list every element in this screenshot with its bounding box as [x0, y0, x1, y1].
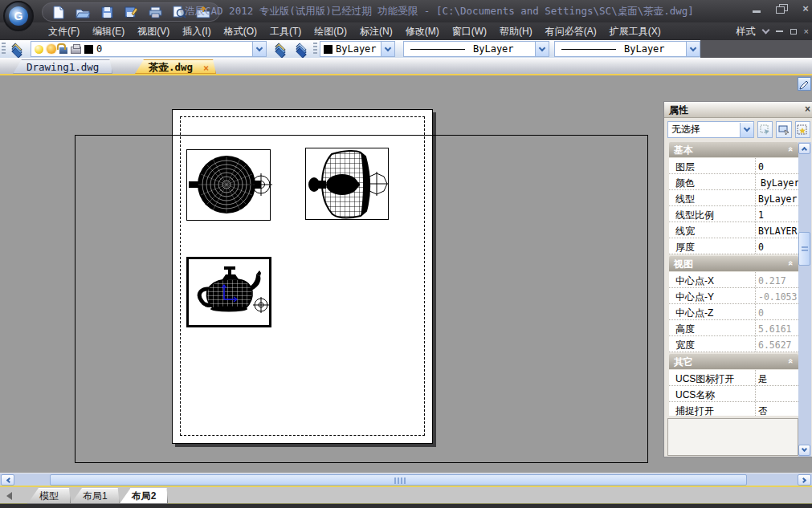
viewport-teapot-front-view[interactable] [305, 148, 389, 220]
make-object-layer-current-button[interactable] [271, 41, 291, 57]
menu-format[interactable]: 格式(O) [218, 22, 263, 40]
toolbar-grip[interactable] [313, 43, 317, 55]
prop-row-thickness[interactable]: 厚度 0 [669, 238, 798, 254]
layer-combo-arrow[interactable] [252, 42, 266, 56]
layer-thaw-icon[interactable] [47, 44, 56, 54]
select-objects-button[interactable] [776, 121, 791, 138]
props-scroll-thumb[interactable] [798, 232, 810, 266]
tab-layout2[interactable]: 布局2 [120, 488, 169, 504]
window-controls: × [751, 3, 812, 14]
menu-dimension[interactable]: 标注(N) [353, 22, 399, 40]
color-combo[interactable]: ByLayer [320, 41, 395, 57]
selection-combo-arrow[interactable] [740, 123, 753, 137]
quick-select-button[interactable] [757, 121, 773, 138]
collapse-icon[interactable]: « [786, 261, 796, 266]
prop-row-snap-on[interactable]: 捕捉打开 否 [669, 402, 798, 416]
doc-tab-drawing1[interactable]: Drawing1.dwg [13, 59, 112, 74]
menu-express-tools[interactable]: 扩展工具(X) [603, 22, 667, 40]
layer-plot-icon[interactable] [71, 47, 81, 54]
minimize-button[interactable] [751, 3, 764, 14]
properties-title-bar[interactable]: 属性 × [664, 102, 812, 118]
menu-modify[interactable]: 修改(M) [399, 22, 446, 40]
props-scroll-down-button[interactable] [798, 445, 810, 456]
menu-file[interactable]: 文件(F) [42, 22, 86, 40]
new-file-button[interactable] [51, 5, 67, 20]
color-combo-arrow[interactable] [381, 42, 394, 56]
toggle-pickadd-button[interactable] [795, 121, 810, 138]
prop-row-ucs-icon-on[interactable]: UCS图标打开 是 [669, 370, 798, 386]
menu-view[interactable]: 视图(V) [131, 22, 176, 40]
horizontal-scroll-thumb[interactable] [50, 474, 747, 486]
collapse-icon[interactable]: « [786, 147, 796, 152]
left-triangle-icon [6, 492, 12, 500]
doc-minimize-button[interactable] [776, 30, 783, 32]
app-logo-button[interactable]: G [3, 1, 34, 31]
menu-window[interactable]: 窗口(W) [446, 22, 493, 40]
prop-row-color[interactable]: 颜色 ByLayer [669, 174, 798, 190]
save-button[interactable] [99, 5, 115, 20]
doc-tab-label: 茶壶.dwg [149, 61, 193, 73]
selection-combo[interactable]: 无选择 [667, 121, 754, 138]
prop-row-width[interactable]: 宽度 6.5627 [669, 336, 798, 352]
layer-unlock-icon[interactable] [59, 47, 67, 54]
prop-row-height[interactable]: 高度 5.6161 [669, 320, 798, 336]
prop-row-layer[interactable]: 图层 0 [669, 158, 798, 174]
viewport-teapot-top-view[interactable] [186, 149, 271, 221]
layout-tab-scroll-left-button[interactable] [3, 488, 14, 504]
menu-edit[interactable]: 编辑(E) [86, 22, 131, 40]
group-header-basic[interactable]: 基本 « [669, 142, 798, 157]
style-dropdown-icon[interactable] [761, 26, 769, 35]
menu-draw[interactable]: 绘图(D) [308, 22, 353, 40]
prop-row-center-z[interactable]: 中心点-Z 0 [669, 304, 798, 320]
group-header-misc[interactable]: 其它 « [669, 354, 798, 369]
menu-help[interactable]: 帮助(H) [493, 22, 539, 40]
linetype-combo[interactable]: ByLayer [403, 41, 549, 57]
style-toolbar-label: 样式 [737, 25, 756, 39]
doc-restore-button[interactable] [790, 29, 797, 35]
lineweight-combo[interactable]: ByLayer [554, 41, 700, 57]
tab-model[interactable]: 模型 [27, 488, 71, 504]
prop-row-linetype[interactable]: 线型 ByLayer [669, 190, 798, 206]
save-as-button[interactable] [123, 5, 139, 20]
prop-row-ucs-name[interactable]: UCS名称 [669, 386, 798, 402]
prop-row-center-y[interactable]: 中心点-Y -0.1053 [669, 288, 798, 304]
menu-tools[interactable]: 工具(T) [263, 22, 308, 40]
linetype-sample-icon [410, 49, 465, 50]
scroll-right-button[interactable] [798, 474, 811, 486]
layer-combo[interactable]: 0 [31, 41, 267, 57]
doc-close-button[interactable]: × [804, 26, 809, 36]
layer-manager-button[interactable] [8, 41, 27, 57]
restore-button[interactable] [775, 3, 788, 14]
scroll-left-button[interactable] [1, 474, 14, 486]
menu-qa[interactable]: 有问必答(A) [539, 22, 603, 40]
layer-on-icon[interactable] [35, 45, 43, 54]
props-scroll-up-button[interactable] [798, 143, 810, 154]
properties-scrollbar[interactable] [798, 142, 811, 457]
menu-insert[interactable]: 插入(I) [176, 22, 217, 40]
print-button[interactable] [147, 5, 163, 20]
lineweight-combo-arrow[interactable] [686, 42, 700, 56]
layers-icon [11, 43, 24, 55]
properties-close-icon[interactable]: × [805, 104, 810, 115]
viewport-teapot-iso-view[interactable] [186, 257, 271, 327]
tab-layout1[interactable]: 布局1 [71, 488, 120, 504]
open-file-button[interactable] [75, 5, 91, 20]
toolbar-grip[interactable] [2, 43, 6, 55]
collapse-icon[interactable]: « [786, 359, 796, 364]
layer-previous-button[interactable] [292, 41, 312, 57]
toolbar-options-icon[interactable]: ▼ [178, 8, 185, 15]
layer-color-swatch [84, 45, 93, 54]
linetype-combo-arrow[interactable] [535, 42, 549, 56]
window-title: 浩辰CAD 2012 专业版(试用版)已经过期 功能受限 - [C:\Docum… [185, 0, 756, 22]
prop-row-center-x[interactable]: 中心点-X 0.217 [669, 272, 798, 288]
prop-row-lineweight[interactable]: 线宽 BYLAYER [669, 222, 798, 238]
gstarcad-logo-icon: G [9, 6, 28, 26]
group-header-view[interactable]: 视图 « [669, 256, 798, 271]
close-button[interactable]: × [799, 3, 812, 14]
doc-tab-teapot[interactable]: 茶壶.dwg × [135, 59, 216, 74]
canvas-edit-button[interactable] [798, 77, 811, 91]
tab-close-icon[interactable]: × [203, 61, 209, 75]
canvas-horizontal-scrollbar[interactable] [0, 473, 812, 486]
prop-row-linetype-scale[interactable]: 线型比例 1 [669, 206, 798, 222]
properties-rows: 基本 « 图层 0 颜色 ByLayer 线型 ByLayer 线型比例 1 线… [669, 142, 798, 416]
